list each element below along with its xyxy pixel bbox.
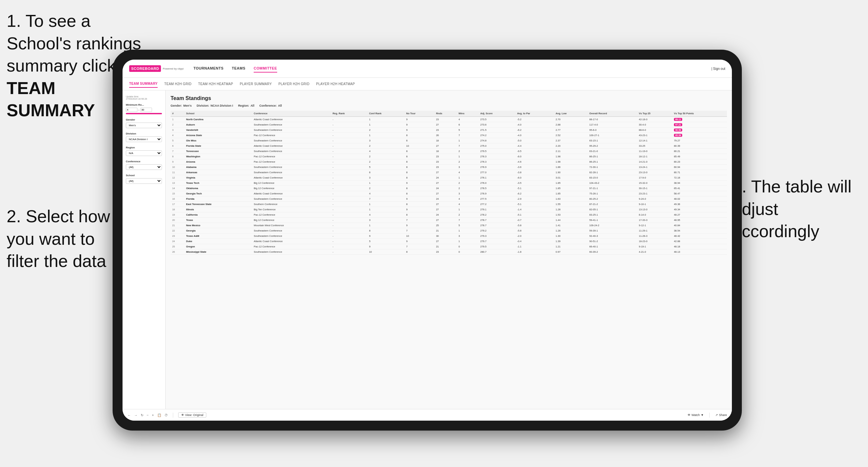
vs25-cell: 18-23-0: [637, 239, 672, 244]
vs25-cell: 42-18-0: [637, 117, 672, 122]
zoom-out-icon[interactable]: −: [147, 413, 149, 417]
adj-score-cell: 278.7: [478, 223, 515, 228]
back-icon[interactable]: ←: [127, 413, 131, 417]
rnds-cell: 18: [434, 138, 457, 144]
reg-rank-cell: -: [331, 154, 367, 159]
avg-par-cell: -6.0: [515, 154, 554, 159]
conference-select[interactable]: (All): [126, 164, 162, 170]
col-vs50: Vs Top 50 Points: [672, 111, 727, 117]
vs50-cell: 80.39: [672, 144, 727, 149]
rnds-cell: 23: [434, 154, 457, 159]
adj-score-cell: 274.2: [478, 133, 515, 138]
adj-score-cell: 276.3: [478, 159, 515, 165]
avg-low-cell: 1.85: [554, 191, 588, 196]
vs25-cell: 11-19-0: [637, 149, 672, 154]
copy-icon[interactable]: 📋: [157, 413, 161, 417]
avg-par-cell: -5.1: [515, 202, 554, 207]
no-tour-cell: 9: [405, 181, 434, 186]
subnav-player-h2h-heatmap[interactable]: PLAYER H2H HEATMAP: [316, 81, 355, 88]
school-cell: North Carolina: [184, 117, 252, 122]
table-row: 17 East Tennessee State Southern Confere…: [170, 202, 727, 207]
division-select[interactable]: NCAA Division I: [126, 136, 162, 142]
rnds-cell: 24: [434, 212, 457, 218]
avg-par-cell: -5.0: [515, 138, 554, 144]
wins-cell: 0: [457, 249, 479, 255]
school-select[interactable]: (All): [126, 178, 162, 184]
rank-slider[interactable]: [126, 113, 162, 114]
nav-committee[interactable]: COMMITTEE: [254, 65, 277, 72]
vs25-cell: 18-12-1: [637, 154, 672, 159]
no-tour-cell: 7: [405, 218, 434, 223]
zoom-in-icon[interactable]: +: [152, 413, 154, 417]
vs25-cell: 11-28-3: [637, 234, 672, 239]
no-tour-cell: 8: [405, 159, 434, 165]
wins-cell: 1: [457, 207, 479, 212]
school-cell: Georgia Tech: [184, 191, 252, 196]
conf-rank-cell: 1: [367, 207, 404, 212]
wins-cell: 4: [457, 202, 479, 207]
overall-cell: 80-25-2: [588, 196, 637, 202]
adj-score-cell: 271.5: [478, 127, 515, 133]
adj-score-cell: 278.2: [478, 212, 515, 218]
sign-out-button[interactable]: | Sign out: [711, 67, 725, 70]
forward-icon[interactable]: →: [134, 413, 137, 417]
rank-cell: 12: [170, 175, 184, 181]
school-cell: Virginia: [184, 175, 252, 181]
wins-cell: 4: [457, 196, 479, 202]
wins-cell: 0: [457, 244, 479, 249]
subnav-team-h2h-grid[interactable]: TEAM H2H GRID: [164, 81, 191, 88]
school-cell: East Tennessee State: [184, 202, 252, 207]
conf-rank-cell: 3: [367, 175, 404, 181]
subnav-player-summary[interactable]: PLAYER SUMMARY: [240, 81, 272, 88]
gender-pill: Gender: Men's: [170, 104, 192, 107]
region-select[interactable]: N/A: [126, 150, 162, 156]
conf-rank-cell: 6: [367, 170, 404, 175]
no-tour-cell: 8: [405, 170, 434, 175]
no-tour-cell: 9: [405, 239, 434, 244]
view-original-button[interactable]: 👁 View: Original: [178, 412, 206, 418]
vs25-cell: 23-23-1: [637, 191, 672, 196]
nav-teams[interactable]: TEAMS: [232, 65, 245, 72]
rank-cell: 24: [170, 239, 184, 244]
rank-cell: 4: [170, 133, 184, 138]
vs50-cell: 80.71: [672, 170, 727, 175]
adj-score-cell: 277.0: [478, 170, 515, 175]
adj-score-cell: 280.7: [478, 249, 515, 255]
nav-tournaments[interactable]: TOURNAMENTS: [193, 65, 223, 72]
reload-icon[interactable]: ↻: [141, 413, 144, 417]
school-cell: Texas Tech: [184, 181, 252, 186]
overall-cell: 75-26-1: [588, 191, 637, 196]
rank-cell: 11: [170, 170, 184, 175]
subnav-player-h2h-grid[interactable]: PLAYER H2H GRID: [279, 81, 310, 88]
conference-cell: Atlantic Coast Conference: [252, 239, 331, 244]
school-cell: Arizona: [184, 159, 252, 165]
watch-label: Watch: [691, 413, 700, 417]
no-tour-cell: 9: [405, 223, 434, 228]
overall-cell: 87-21-2: [588, 202, 637, 207]
no-tour-cell: 8: [405, 133, 434, 138]
rnds-cell: 27: [434, 122, 457, 127]
gender-select[interactable]: Men's: [126, 123, 162, 128]
watch-button[interactable]: 👁 Watch ▼: [687, 413, 704, 417]
subnav-team-summary[interactable]: TEAM SUMMARY: [129, 80, 158, 88]
min-rank-from-input[interactable]: [126, 107, 137, 112]
avg-low-cell: 2.88: [554, 122, 588, 127]
rank-cell: 5: [170, 138, 184, 144]
wins-cell: 2: [457, 186, 479, 191]
rank-cell: 25: [170, 244, 184, 249]
reg-rank-cell: -: [331, 127, 367, 133]
vs25-cell: 43-23-1: [637, 133, 672, 138]
reg-rank-cell: -: [331, 223, 367, 228]
subnav-team-h2h-heatmap[interactable]: TEAM H2H HEATMAP: [198, 81, 233, 88]
toolbar-separator-1: [173, 413, 173, 418]
col-conf-rank: Conf Rank: [367, 111, 404, 117]
main-nav: TOURNAMENTS TEAMS COMMITTEE: [193, 65, 711, 72]
col-vs25: Vs Top 25: [637, 111, 672, 117]
no-tour-cell: 6: [405, 138, 434, 144]
wins-cell: 7: [457, 133, 479, 138]
min-rank-to-input[interactable]: [141, 107, 152, 112]
share-button[interactable]: ↗ Share: [715, 413, 727, 417]
vs50-cell: 79.27: [672, 138, 727, 144]
wins-cell: 5: [457, 223, 479, 228]
clock-icon[interactable]: ⏱: [164, 413, 168, 417]
